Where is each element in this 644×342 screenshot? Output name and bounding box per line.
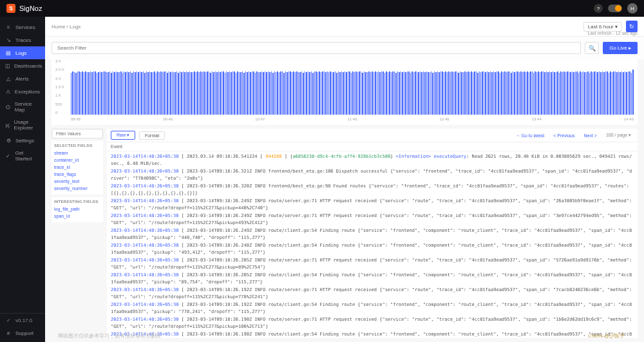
log-line[interactable]: 2023-03-14T14:48:26+05:30 [ 2023-03-14T0… [111, 271, 634, 286]
histogram-bar[interactable] [615, 71, 616, 115]
histogram-bar[interactable] [143, 71, 144, 115]
histogram-bar[interactable] [589, 73, 590, 115]
sidebar-item-service-map[interactable]: ⌬Service Map [0, 98, 45, 116]
histogram-bar[interactable] [374, 72, 374, 115]
histogram-bar[interactable] [279, 72, 279, 115]
histogram-bar[interactable] [442, 71, 442, 115]
histogram-bar[interactable] [116, 71, 117, 115]
histogram-bar[interactable] [290, 71, 290, 115]
histogram-bar[interactable] [117, 72, 118, 115]
histogram-bar[interactable] [128, 72, 129, 115]
histogram-bar[interactable] [460, 71, 460, 115]
histogram-bar[interactable] [600, 72, 601, 115]
histogram-bar[interactable] [149, 71, 150, 115]
histogram-bar[interactable] [477, 73, 478, 115]
histogram-bar[interactable] [173, 72, 174, 115]
histogram-bar[interactable] [625, 71, 625, 115]
histogram-bar[interactable] [487, 71, 488, 115]
log-line[interactable]: 2023-03-14T14:48:26+05:30 [ 2023.03.14 0… [111, 153, 634, 167]
histogram-bar[interactable] [375, 71, 375, 115]
histogram-bar[interactable] [197, 71, 198, 115]
histogram-bar[interactable] [327, 71, 328, 115]
field-trace_id[interactable]: trace_id [54, 164, 100, 171]
histogram-bar[interactable] [237, 71, 238, 115]
histogram-bar[interactable] [522, 72, 523, 115]
histogram-bar[interactable] [265, 71, 265, 115]
log-line[interactable]: 2023-03-14T14:48:26+05:30 [ 2023-03-14T0… [111, 301, 634, 316]
histogram-bar[interactable] [167, 73, 167, 115]
histogram-bar[interactable] [538, 71, 538, 115]
histogram-bar[interactable] [178, 73, 178, 115]
histogram-bar[interactable] [175, 72, 175, 115]
sidebar-item-alerts[interactable]: △Alerts [0, 72, 45, 85]
support-link[interactable]: #Support [0, 327, 45, 339]
histogram-bar[interactable] [541, 71, 542, 115]
histogram-bar[interactable] [599, 71, 600, 115]
histogram-bar[interactable] [80, 72, 81, 115]
histogram-bar[interactable] [623, 72, 623, 115]
histogram-bar[interactable] [314, 71, 315, 115]
histogram-bar[interactable] [609, 73, 609, 115]
histogram-bar[interactable] [243, 73, 244, 115]
histogram-bar[interactable] [410, 73, 411, 115]
search-button[interactable]: 🔍 [585, 42, 599, 54]
histogram-bar[interactable] [388, 72, 388, 115]
histogram-bar[interactable] [335, 71, 336, 115]
histogram-bar[interactable] [72, 71, 73, 115]
histogram-bar[interactable] [85, 71, 86, 115]
histogram-bar[interactable] [345, 71, 345, 115]
histogram-bar[interactable] [546, 71, 547, 115]
histogram-bar[interactable] [338, 71, 339, 115]
histogram-bar[interactable] [578, 73, 579, 115]
avatar[interactable]: H [627, 3, 638, 14]
histogram-bar[interactable] [582, 72, 582, 115]
histogram-bar[interactable] [332, 72, 332, 115]
histogram-bar[interactable] [352, 71, 353, 115]
histogram-bar[interactable] [479, 71, 480, 115]
histogram-bar[interactable] [316, 71, 316, 115]
histogram-bar[interactable] [252, 71, 252, 115]
histogram-bar[interactable] [285, 71, 286, 115]
log-line[interactable]: 2023-03-14T14:48:26+05:30 [ 2023-03-14T0… [111, 182, 634, 197]
histogram-bar[interactable] [146, 71, 147, 115]
histogram-bar[interactable] [276, 72, 276, 115]
histogram-bar[interactable] [549, 71, 550, 115]
histogram-bar[interactable] [322, 71, 323, 115]
histogram-bar[interactable] [421, 72, 422, 115]
histogram-bar[interactable] [498, 71, 498, 115]
histogram-bar[interactable] [125, 72, 126, 115]
histogram-bar[interactable] [295, 72, 296, 115]
histogram-bar[interactable] [399, 72, 399, 115]
histogram-bar[interactable] [365, 72, 366, 115]
histogram-bar[interactable] [526, 72, 526, 115]
histogram-bar[interactable] [626, 72, 627, 115]
histogram-bar[interactable] [575, 71, 576, 115]
histogram-bar[interactable] [138, 72, 138, 115]
histogram-bar[interactable] [183, 71, 184, 115]
histogram-bar[interactable] [605, 71, 606, 115]
histogram-bar[interactable] [560, 71, 561, 115]
histogram-bar[interactable] [204, 71, 204, 115]
histogram-bar[interactable] [95, 71, 95, 115]
histogram-bar[interactable] [236, 73, 236, 115]
histogram-bar[interactable] [137, 71, 137, 115]
histogram-bar[interactable] [468, 71, 468, 115]
histogram-bar[interactable] [130, 71, 131, 115]
histogram-bar[interactable] [464, 71, 465, 115]
histogram-bar[interactable] [269, 72, 270, 115]
histogram-bar[interactable] [311, 71, 312, 115]
log-line[interactable]: 2023-03-14T14:48:26+05:30 [ 2023-03-14T0… [111, 316, 634, 330]
histogram-bar[interactable] [341, 71, 342, 115]
histogram-bar[interactable] [210, 73, 211, 115]
field-log_file_path[interactable]: log_file_path [54, 205, 100, 213]
histogram-bar[interactable] [572, 71, 573, 115]
histogram-bar[interactable] [74, 72, 75, 115]
histogram-bar[interactable] [289, 71, 289, 115]
histogram-bar[interactable] [147, 72, 148, 115]
log-line[interactable]: 2023-03-14T14:48:26+05:30 [ 2023-03-14T0… [111, 286, 634, 301]
histogram-bar[interactable] [120, 71, 121, 115]
histogram-bar[interactable] [216, 72, 217, 115]
histogram-bar[interactable] [536, 72, 537, 115]
histogram-bar[interactable] [632, 70, 633, 115]
histogram-bar[interactable] [447, 72, 448, 115]
